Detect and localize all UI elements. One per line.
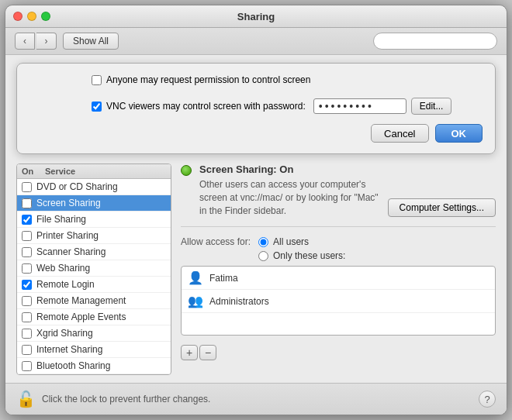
service-item-scanner[interactable]: Scanner Sharing: [17, 244, 171, 260]
service-checkbox-remote-apple[interactable]: [22, 312, 32, 322]
user-name-fatima: Fatima: [209, 273, 238, 284]
service-item-xgrid[interactable]: Xgrid Sharing: [17, 325, 171, 342]
only-these-label: Only these users:: [273, 250, 345, 261]
service-name-web: Web Sharing: [36, 263, 90, 274]
vnc-dialog: Anyone may request permission to control…: [16, 63, 496, 154]
service-item-internet[interactable]: Internet Sharing: [17, 342, 171, 358]
service-name-file: File Sharing: [36, 214, 86, 225]
vnc-row: VNC viewers may control screen with pass…: [92, 98, 483, 115]
service-checkbox-printer[interactable]: [22, 231, 32, 241]
add-user-button[interactable]: +: [181, 345, 198, 360]
service-checkbox-screen[interactable]: [22, 198, 32, 208]
all-users-row: All users: [258, 236, 345, 247]
service-item-screen-sharing[interactable]: Screen Sharing: [17, 195, 171, 212]
remove-user-button[interactable]: −: [199, 345, 216, 360]
window-title: Sharing: [237, 11, 275, 22]
allow-access-label: Allow access for:: [181, 236, 251, 247]
status-row: Screen Sharing: On Other users can acces…: [181, 164, 496, 217]
only-these-row: Only these users:: [258, 250, 345, 261]
service-checkbox-web[interactable]: [22, 263, 32, 274]
footer: 🔓 Click the lock to prevent further chan…: [5, 383, 507, 415]
service-item[interactable]: DVD or CD Sharing: [17, 179, 171, 195]
service-name-printer: Printer Sharing: [36, 230, 99, 241]
sharing-window: Sharing ‹ › Show All Anyone may request …: [5, 5, 507, 415]
title-bar: Sharing: [5, 5, 507, 28]
anyone-checkbox[interactable]: [92, 75, 102, 85]
all-users-radio[interactable]: [258, 237, 268, 247]
service-name-remote-mgmt: Remote Management: [36, 295, 126, 306]
user-item-fatima[interactable]: 👤 Fatima: [182, 267, 495, 290]
edit-button[interactable]: Edit...: [411, 98, 452, 115]
single-user-icon: 👤: [188, 270, 203, 285]
vnc-password-field[interactable]: [313, 98, 406, 114]
header-service: Service: [45, 167, 75, 176]
maximize-button[interactable]: [41, 12, 50, 21]
service-name-scanner: Scanner Sharing: [36, 246, 106, 257]
right-panel: Screen Sharing: On Other users can acces…: [181, 164, 496, 375]
traffic-lights: [13, 12, 50, 21]
main-panel: On Service DVD or CD Sharing Screen Shar…: [16, 164, 496, 375]
services-list: On Service DVD or CD Sharing Screen Shar…: [16, 164, 171, 375]
nav-buttons: ‹ ›: [15, 33, 57, 50]
cancel-button[interactable]: Cancel: [371, 124, 428, 143]
content-area: Anyone may request permission to control…: [5, 55, 507, 383]
service-checkbox-xgrid[interactable]: [22, 329, 32, 339]
users-controls: + −: [181, 345, 496, 360]
service-item-remote-apple[interactable]: Remote Apple Events: [17, 309, 171, 325]
service-checkbox-file[interactable]: [22, 215, 32, 225]
search-input[interactable]: [373, 33, 497, 50]
ok-button[interactable]: OK: [435, 124, 483, 143]
access-section: Allow access for: All users Only these u…: [181, 236, 496, 360]
user-name-administrators: Administrators: [209, 296, 269, 307]
anyone-row: Anyone may request permission to control…: [92, 74, 483, 85]
service-checkbox-scanner[interactable]: [22, 247, 32, 257]
service-item-remote-mgmt[interactable]: Remote Management: [17, 293, 171, 309]
lock-row: 🔓 Click the lock to prevent further chan…: [16, 390, 210, 408]
access-row: Allow access for: All users Only these u…: [181, 236, 496, 261]
user-item-administrators[interactable]: 👥 Administrators: [182, 290, 495, 313]
status-title: Screen Sharing: On: [199, 164, 380, 175]
service-name-remote-apple: Remote Apple Events: [36, 312, 126, 322]
header-on: On: [22, 167, 45, 176]
services-header: On Service: [17, 164, 171, 179]
back-button[interactable]: ‹: [15, 33, 35, 50]
service-checkbox-remote-login[interactable]: [22, 280, 32, 290]
computer-settings-button[interactable]: Computer Settings...: [388, 198, 496, 217]
service-name-dvd: DVD or CD Sharing: [36, 181, 118, 192]
vnc-checkbox[interactable]: [92, 102, 102, 112]
service-name-internet: Internet Sharing: [36, 344, 102, 355]
service-checkbox-bluetooth[interactable]: [22, 361, 32, 371]
service-item-web[interactable]: Web Sharing: [17, 260, 171, 277]
users-list: 👤 Fatima 👥 Administrators: [181, 266, 496, 336]
show-all-button[interactable]: Show All: [63, 33, 119, 50]
multi-user-icon: 👥: [188, 294, 203, 308]
vnc-checkbox-label[interactable]: VNC viewers may control screen with pass…: [92, 101, 306, 112]
lock-text: Click the lock to prevent further change…: [42, 394, 210, 405]
service-name-bluetooth: Bluetooth Sharing: [36, 360, 110, 371]
close-button[interactable]: [13, 12, 22, 21]
radio-group: All users Only these users:: [258, 236, 345, 261]
status-dot: [181, 165, 192, 176]
anyone-checkbox-label[interactable]: Anyone may request permission to control…: [92, 74, 310, 85]
toolbar: ‹ › Show All: [5, 28, 507, 55]
service-item-printer[interactable]: Printer Sharing: [17, 228, 171, 244]
service-item-remote-login[interactable]: Remote Login: [17, 277, 171, 293]
forward-button[interactable]: ›: [36, 33, 57, 50]
help-button[interactable]: ?: [479, 391, 496, 408]
service-item-bluetooth[interactable]: Bluetooth Sharing: [17, 358, 171, 374]
service-checkbox-remote-mgmt[interactable]: [22, 296, 32, 306]
service-name-remote-login: Remote Login: [36, 279, 95, 290]
service-checkbox-internet[interactable]: [22, 345, 32, 355]
only-these-radio[interactable]: [258, 251, 268, 261]
divider: [181, 226, 496, 227]
status-info: Screen Sharing: On Other users can acces…: [199, 164, 380, 217]
all-users-label: All users: [273, 236, 309, 247]
service-name-xgrid: Xgrid Sharing: [36, 328, 93, 339]
lock-icon[interactable]: 🔓: [16, 390, 36, 408]
minimize-button[interactable]: [27, 12, 36, 21]
dialog-buttons: Cancel OK: [92, 124, 483, 143]
service-name-screen: Screen Sharing: [36, 198, 101, 208]
service-item-file-sharing[interactable]: File Sharing: [17, 212, 171, 228]
status-desc: Other users can access your computer's s…: [199, 178, 380, 217]
service-checkbox-dvd[interactable]: [22, 182, 32, 192]
